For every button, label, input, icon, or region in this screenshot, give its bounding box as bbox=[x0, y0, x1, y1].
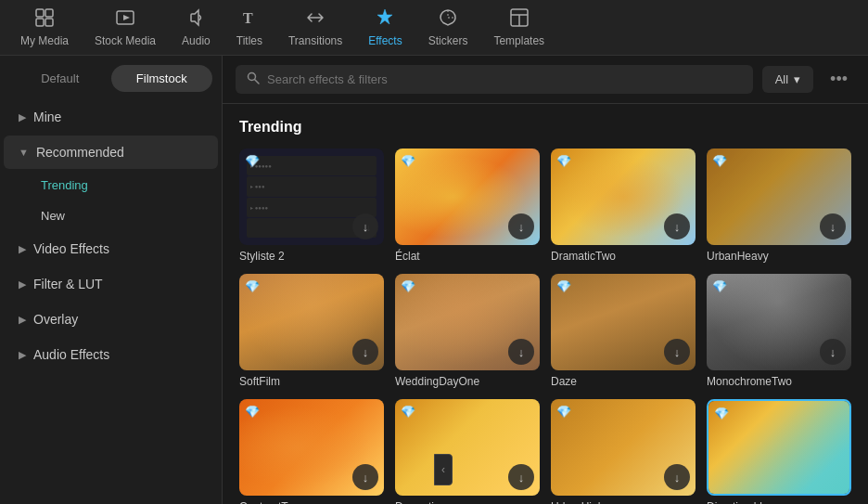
effect-thumb-monochromedtwo: 💎 ↓ bbox=[707, 274, 851, 370]
more-options-button[interactable]: ••• bbox=[823, 66, 855, 93]
tab-default[interactable]: Default bbox=[9, 65, 111, 92]
sidebar-sub-new[interactable]: New bbox=[4, 201, 218, 230]
svg-rect-1 bbox=[45, 9, 53, 17]
download-button-contrasttwo[interactable]: ↓ bbox=[352, 464, 378, 490]
svg-line-11 bbox=[255, 80, 260, 84]
nav-stickers[interactable]: Stickers bbox=[415, 0, 481, 55]
download-button-weddingdayone[interactable]: ↓ bbox=[508, 339, 534, 365]
sidebar-sub-trending[interactable]: Trending bbox=[4, 171, 218, 200]
premium-icon: 💎 bbox=[556, 405, 571, 419]
effect-name-dramatictwo: DramaticTwo bbox=[551, 250, 696, 263]
effect-name-urbanhigh: UrbanHigh bbox=[551, 500, 696, 504]
nav-audio-label: Audio bbox=[182, 34, 211, 47]
effect-thumb-urbanheavy: 💎 ↓ bbox=[707, 149, 851, 245]
sidebar-item-video-effects-label: Video Effects bbox=[33, 241, 109, 256]
nav-transitions-label: Transitions bbox=[288, 34, 342, 47]
effect-card-weddingdayone[interactable]: 💎 ↓ WeddingDayOne bbox=[395, 274, 540, 388]
effect-card-dramatictwo[interactable]: 💎 ↓ DramaticTwo bbox=[551, 149, 696, 263]
effects-icon bbox=[375, 7, 395, 31]
effect-card-monochromedtwo[interactable]: 💎 ↓ MonochromeTwo bbox=[707, 274, 851, 388]
sidebar-collapse-button[interactable]: ‹ bbox=[434, 454, 453, 485]
effects-content: All ▾ ••• Trending ▸ ●●●●● ▸ ●●● ▸ ●●●● bbox=[223, 56, 868, 504]
tab-filmstock[interactable]: Filmstock bbox=[111, 65, 213, 92]
effect-card-urbanhigh[interactable]: 💎 ↓ UrbanHigh bbox=[551, 399, 696, 504]
filter-chevron-icon: ▾ bbox=[794, 72, 800, 86]
premium-icon: 💎 bbox=[556, 154, 571, 168]
top-navigation: My Media Stock Media Audio T Titles bbox=[0, 0, 868, 56]
search-input[interactable] bbox=[267, 72, 742, 86]
effect-thumb-eclat: 💎 ↓ bbox=[395, 149, 540, 245]
effect-thumb-daze: 💎 ↓ bbox=[551, 274, 696, 370]
svg-rect-3 bbox=[45, 19, 53, 26]
effect-card-eclat[interactable]: 💎 ↓ Éclat bbox=[395, 149, 540, 263]
download-button-dramatictwo[interactable]: ↓ bbox=[664, 213, 690, 239]
effect-thumb-dramatic: 💎 ↓ bbox=[395, 399, 540, 496]
sidebar-item-overlay[interactable]: Overlay bbox=[4, 303, 218, 336]
effect-name-monochromedtwo: MonochromeTwo bbox=[707, 375, 851, 388]
main-content: Default Filmstock Mine Recommended Trend… bbox=[0, 56, 868, 504]
nav-my-media-label: My Media bbox=[20, 34, 69, 47]
premium-icon: 💎 bbox=[245, 405, 260, 419]
nav-transitions[interactable]: Transitions bbox=[275, 0, 355, 55]
download-button-urbanhigh[interactable]: ↓ bbox=[664, 464, 690, 490]
sidebar-item-filter-lut[interactable]: Filter & LUT bbox=[4, 267, 218, 301]
filter-button[interactable]: All ▾ bbox=[762, 66, 813, 93]
premium-icon: 💎 bbox=[712, 154, 727, 168]
premium-icon: 💎 bbox=[401, 405, 415, 419]
overlay-arrow-icon bbox=[19, 314, 26, 326]
svg-marker-5 bbox=[123, 15, 130, 20]
nav-audio[interactable]: Audio bbox=[169, 0, 223, 55]
sidebar-item-filter-lut-label: Filter & LUT bbox=[33, 277, 103, 291]
effect-card-daze[interactable]: 💎 ↓ Daze bbox=[551, 274, 696, 388]
nav-templates-label: Templates bbox=[493, 34, 544, 47]
effect-thumb-weddingdayone: 💎 ↓ bbox=[395, 274, 540, 370]
download-button-styliste2[interactable]: ↓ bbox=[352, 213, 378, 239]
effect-card-softfilm[interactable]: 💎 ↓ SoftFilm bbox=[239, 274, 384, 388]
section-title: Trending bbox=[239, 119, 851, 136]
download-button-dramatic[interactable]: ↓ bbox=[508, 464, 534, 490]
search-icon bbox=[247, 71, 260, 87]
effects-scroll-area[interactable]: Trending ▸ ●●●●● ▸ ●●● ▸ ●●●● ↓ 💎 bbox=[223, 104, 868, 504]
download-button-eclat[interactable]: ↓ bbox=[508, 213, 534, 239]
trending-label: Trending bbox=[41, 178, 88, 192]
download-button-urbanheavy[interactable]: ↓ bbox=[820, 213, 846, 239]
nav-effects[interactable]: Effects bbox=[355, 0, 415, 55]
sidebar-item-audio-effects-label: Audio Effects bbox=[33, 347, 109, 362]
effect-name-styliste2: Styliste 2 bbox=[239, 250, 384, 263]
sidebar-item-audio-effects[interactable]: Audio Effects bbox=[4, 338, 218, 371]
effect-card-styliste2[interactable]: ▸ ●●●●● ▸ ●●● ▸ ●●●● ↓ 💎 ↓ Styliste 2 bbox=[239, 149, 384, 263]
video-effects-arrow-icon bbox=[19, 243, 26, 255]
nav-stock-media[interactable]: Stock Media bbox=[82, 0, 169, 55]
sidebar-item-recommended-label: Recommended bbox=[36, 145, 124, 160]
nav-stickers-label: Stickers bbox=[428, 34, 468, 47]
audio-icon bbox=[185, 7, 206, 31]
sidebar-item-recommended[interactable]: Recommended bbox=[4, 136, 218, 169]
effect-card-dramatic[interactable]: 💎 ↓ Dramatic bbox=[395, 399, 540, 504]
svg-rect-2 bbox=[36, 19, 44, 26]
premium-icon: 💎 bbox=[714, 407, 729, 420]
sidebar-tab-switcher: Default Filmstock bbox=[0, 56, 222, 92]
effect-name-directionblur: Direction blur bbox=[707, 500, 851, 504]
effect-thumb-directionblur: 💎 bbox=[707, 399, 851, 496]
sidebar: Default Filmstock Mine Recommended Trend… bbox=[0, 56, 223, 504]
sidebar-item-overlay-label: Overlay bbox=[33, 312, 78, 327]
nav-templates[interactable]: Templates bbox=[480, 0, 557, 55]
new-label: New bbox=[41, 209, 65, 223]
effect-card-directionblur[interactable]: 💎 Direction blur bbox=[707, 399, 851, 504]
transitions-icon bbox=[305, 7, 326, 31]
nav-titles[interactable]: T Titles bbox=[223, 0, 275, 55]
effect-card-contrasttwo[interactable]: 💎 ↓ ContrastTwo bbox=[239, 399, 384, 504]
nav-stock-media-label: Stock Media bbox=[95, 34, 156, 47]
download-button-softfilm[interactable]: ↓ bbox=[352, 339, 378, 365]
download-button-daze[interactable]: ↓ bbox=[664, 339, 690, 365]
effect-card-urbanheavy[interactable]: 💎 ↓ UrbanHeavy bbox=[707, 149, 851, 263]
filter-label: All bbox=[775, 72, 788, 86]
effect-thumb-styliste2: ▸ ●●●●● ▸ ●●● ▸ ●●●● ↓ 💎 ↓ bbox=[239, 149, 384, 245]
nav-my-media[interactable]: My Media bbox=[7, 0, 82, 55]
download-button-monochromedtwo[interactable]: ↓ bbox=[820, 339, 846, 365]
sidebar-item-video-effects[interactable]: Video Effects bbox=[4, 232, 218, 265]
effect-thumb-contrasttwo: 💎 ↓ bbox=[239, 399, 384, 496]
effect-name-contrasttwo: ContrastTwo bbox=[239, 500, 384, 504]
sidebar-item-mine[interactable]: Mine bbox=[4, 100, 218, 134]
stickers-icon bbox=[438, 7, 458, 31]
